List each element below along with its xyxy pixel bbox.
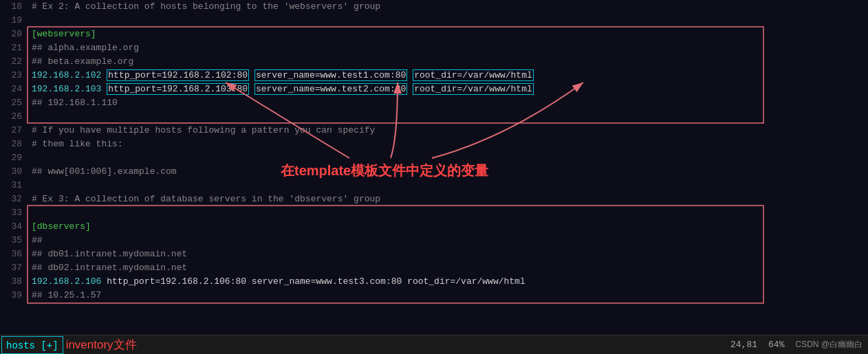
line-number: 20 <box>0 27 22 41</box>
line-number: 28 <box>0 137 22 151</box>
highlighted-variable: server_name=www.test2.com:80 <box>254 83 407 95</box>
line-number: 23 <box>0 69 22 82</box>
line-number: 29 <box>0 151 22 165</box>
code-token: ## www[001:006].example.com <box>32 166 177 177</box>
highlighted-variable: server_name=www.test1.com:80 <box>254 69 407 81</box>
code-line: ## beta.example.org <box>32 55 868 69</box>
code-line <box>32 179 868 192</box>
code-line: ## <box>32 234 868 247</box>
line-number: 38 <box>0 275 22 289</box>
status-bar: hosts [+] inventory文件 24,81 64% CSDN @白幽… <box>0 335 868 354</box>
highlighted-variable: root_dir=/var/www/html <box>413 83 534 95</box>
code-token: # Ex 3: A collection of database servers… <box>32 194 380 204</box>
line-number: 27 <box>0 124 22 137</box>
code-token: 192.168.2.103 <box>32 84 101 94</box>
status-position: 24,81 <box>730 340 757 350</box>
code-line: [webservers] <box>32 27 868 41</box>
code-line: 192.168.2.106 http_port=192.168.2.106:80… <box>32 275 868 289</box>
status-label: inventory文件 <box>66 335 137 355</box>
line-number: 18 <box>0 0 22 14</box>
code-token <box>407 84 413 94</box>
code-line: 192.168.2.102 http_port=192.168.2.102:80… <box>32 69 868 82</box>
line-number: 35 <box>0 234 22 247</box>
line-number: 32 <box>0 192 22 206</box>
highlighted-variable: http_port=192.168.2.102:80 <box>107 69 249 81</box>
code-line: ## 192.168.1.110 <box>32 96 868 110</box>
code-line <box>32 110 868 124</box>
code-line: ## www[001:006].example.com <box>32 165 868 179</box>
line-number: 36 <box>0 247 22 261</box>
code-area: 1819202122232425262728293031323334353637… <box>0 0 868 335</box>
code-token: ## <box>32 235 43 245</box>
status-credit: CSDN @白幽幽白 <box>795 339 862 351</box>
code-line <box>32 206 868 220</box>
code-token: ## 192.168.1.110 <box>32 98 118 108</box>
code-line: [dbservers] <box>32 220 868 234</box>
line-number: 39 <box>0 289 22 302</box>
line-number: 26 <box>0 110 22 124</box>
line-number: 34 <box>0 220 22 234</box>
line-number: 21 <box>0 41 22 55</box>
code-line <box>32 14 868 27</box>
code-token: ## db02.intranet.mydomain.net <box>32 263 187 273</box>
status-mode: hosts [+] <box>1 336 63 354</box>
code-token: ## alpha.example.org <box>32 43 139 53</box>
status-percent: 64% <box>768 340 784 350</box>
code-line: 192.168.2.103 http_port=192.168.2.103:80… <box>32 82 868 96</box>
code-token <box>249 70 254 80</box>
code-token: ## 10.25.1.57 <box>32 290 101 300</box>
code-token: [webservers] <box>32 29 96 39</box>
status-left: hosts [+] inventory文件 <box>0 335 137 354</box>
line-number: 30 <box>0 165 22 179</box>
line-number: 24 <box>0 82 22 96</box>
code-content[interactable]: # Ex 2: A collection of hosts belonging … <box>26 0 868 335</box>
code-token <box>249 84 254 94</box>
status-right: 24,81 64% CSDN @白幽幽白 <box>730 335 868 354</box>
code-line: ## db01.intranet.mydomain.net <box>32 247 868 261</box>
code-token: ## db01.intranet.mydomain.net <box>32 249 187 259</box>
code-token: ## beta.example.org <box>32 56 133 67</box>
code-line: # Ex 2: A collection of hosts belonging … <box>32 0 868 14</box>
line-number: 33 <box>0 206 22 220</box>
code-line: ## alpha.example.org <box>32 41 868 55</box>
code-line: ## db02.intranet.mydomain.net <box>32 261 868 275</box>
code-token <box>407 70 413 80</box>
code-token: 192.168.2.102 <box>32 70 101 80</box>
editor-container: 1819202122232425262728293031323334353637… <box>0 0 868 354</box>
code-line: # Ex 3: A collection of database servers… <box>32 192 868 206</box>
line-number: 31 <box>0 179 22 192</box>
code-token: http_port=192.168.2.106:80 server_name=w… <box>101 276 525 287</box>
highlighted-variable: http_port=192.168.2.103:80 <box>107 83 249 95</box>
line-number: 22 <box>0 55 22 69</box>
code-line: ## 10.25.1.57 <box>32 289 868 302</box>
code-token: 192.168.2.106 <box>32 276 101 287</box>
code-token: [dbservers] <box>32 221 91 232</box>
code-token: # them like this: <box>32 139 123 149</box>
line-number: 37 <box>0 261 22 275</box>
code-line <box>32 151 868 165</box>
code-line: # If you have multiple hosts following a… <box>32 124 868 137</box>
highlighted-variable: root_dir=/var/www/html <box>413 69 534 81</box>
code-token: # Ex 2: A collection of hosts belonging … <box>32 1 380 12</box>
line-number: 19 <box>0 14 22 27</box>
code-token: # If you have multiple hosts following a… <box>32 125 375 135</box>
line-numbers: 1819202122232425262728293031323334353637… <box>0 0 26 335</box>
code-line: # them like this: <box>32 137 868 151</box>
line-number: 25 <box>0 96 22 110</box>
